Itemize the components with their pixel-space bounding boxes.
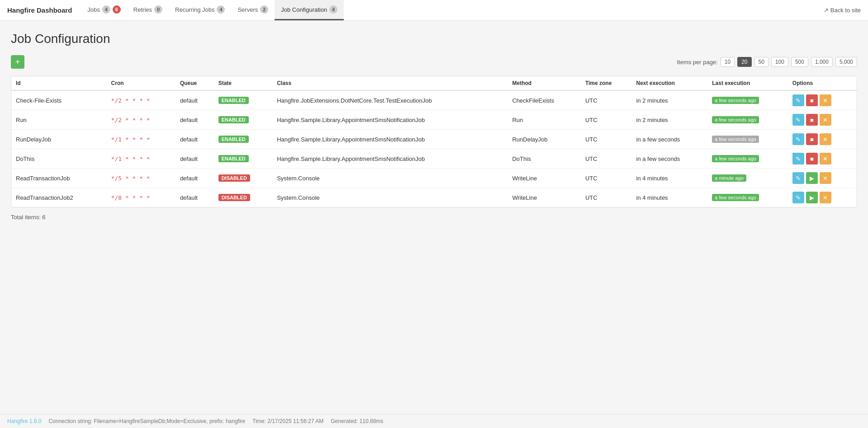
delete-button[interactable]: ✕ xyxy=(820,172,831,184)
cell-method: RunDelayJob xyxy=(508,130,580,149)
cell-state: DISABLED xyxy=(214,169,273,188)
col-state: State xyxy=(214,76,273,90)
col-next-exec: Next execution xyxy=(632,76,708,90)
nav-servers-label: Servers xyxy=(237,6,258,13)
nav-servers[interactable]: Servers 2 xyxy=(231,0,275,20)
cell-class: Hangfire.Sample.Library.AppointmentSmsNo… xyxy=(272,130,508,149)
cell-class: System.Console xyxy=(272,169,508,188)
cell-next-exec: in 4 minutes xyxy=(632,188,708,207)
col-method: Method xyxy=(508,76,580,90)
nav-recurring-count: 4 xyxy=(217,5,225,14)
cell-cron: */8 * * * * xyxy=(107,188,175,207)
col-last-exec: Last execution xyxy=(707,76,788,90)
cell-class: Hangfire.Sample.Library.AppointmentSmsNo… xyxy=(272,149,508,169)
cell-options: ✎ ▶ ✕ xyxy=(788,188,857,207)
cell-cron: */2 * * * * xyxy=(107,90,175,110)
edit-button[interactable]: ✎ xyxy=(792,133,804,145)
table-row: Run */2 * * * * default ENABLED Hangfire… xyxy=(11,110,857,130)
cell-state: ENABLED xyxy=(214,130,273,149)
items-per-page: Items per page: 10 20 50 100 500 1,000 5… xyxy=(677,57,857,67)
cell-state: ENABLED xyxy=(214,90,273,110)
col-queue: Queue xyxy=(175,76,214,90)
per-page-1000[interactable]: 1,000 xyxy=(811,57,833,67)
edit-button[interactable]: ✎ xyxy=(792,153,804,165)
cell-cron: */5 * * * * xyxy=(107,169,175,188)
cell-method: Run xyxy=(508,110,580,130)
cell-options: ✎ ■ ✕ xyxy=(788,130,857,149)
col-class: Class xyxy=(272,76,508,90)
edit-button[interactable]: ✎ xyxy=(792,192,804,203)
nav-servers-count: 2 xyxy=(260,5,268,14)
cell-class: Hangfire.Sample.Library.AppointmentSmsNo… xyxy=(272,110,508,130)
edit-button[interactable]: ✎ xyxy=(792,172,804,184)
cell-options: ✎ ▶ ✕ xyxy=(788,169,857,188)
stop-button[interactable]: ■ xyxy=(806,133,818,145)
cell-last-exec: a few seconds ago xyxy=(707,90,788,110)
cell-timezone: UTC xyxy=(581,169,632,188)
stop-button[interactable]: ■ xyxy=(806,153,818,165)
nav-jobs[interactable]: Jobs 4 6 xyxy=(81,0,127,20)
cell-last-exec: a few seconds ago xyxy=(707,130,788,149)
delete-button[interactable]: ✕ xyxy=(820,192,831,203)
play-button[interactable]: ▶ xyxy=(806,172,818,184)
per-page-20[interactable]: 20 xyxy=(737,57,751,67)
cell-timezone: UTC xyxy=(581,188,632,207)
nav-config-label: Job Configuration xyxy=(281,6,327,13)
brand[interactable]: Hangfire Dashboard xyxy=(7,6,72,14)
back-to-site-label: Back to site xyxy=(830,7,861,14)
cell-cron: */1 * * * * xyxy=(107,149,175,169)
per-page-500[interactable]: 500 xyxy=(791,57,808,67)
edit-button[interactable]: ✎ xyxy=(792,94,804,106)
navbar: Hangfire Dashboard Jobs 4 6 Retries 0 Re… xyxy=(0,0,868,21)
cell-method: CheckFileExists xyxy=(508,90,580,110)
nav-retries-count: 0 xyxy=(154,5,162,14)
cell-options: ✎ ■ ✕ xyxy=(788,110,857,130)
play-button[interactable]: ▶ xyxy=(806,192,818,203)
cell-id: RunDelayJob xyxy=(11,130,107,149)
per-page-5000[interactable]: 5,000 xyxy=(835,57,857,67)
cell-next-exec: in a few seconds xyxy=(632,130,708,149)
nav-jobs-label: Jobs xyxy=(87,6,100,13)
cell-id: ReadTransactionJob xyxy=(11,169,107,188)
edit-button[interactable]: ✎ xyxy=(792,114,804,126)
cell-state: ENABLED xyxy=(214,110,273,130)
main-content: Job Configuration + Items per page: 10 2… xyxy=(0,21,868,231)
cell-queue: default xyxy=(175,130,214,149)
col-id: Id xyxy=(11,76,107,90)
delete-button[interactable]: ✕ xyxy=(820,153,831,165)
cell-id: ReadTransactionJob2 xyxy=(11,188,107,207)
cell-cron: */2 * * * * xyxy=(107,110,175,130)
cell-timezone: UTC xyxy=(581,90,632,110)
delete-button[interactable]: ✕ xyxy=(820,133,831,145)
total-items: Total items: 6 xyxy=(11,214,857,221)
delete-button[interactable]: ✕ xyxy=(820,94,831,106)
cell-method: WriteLine xyxy=(508,188,580,207)
cell-class: System.Console xyxy=(272,188,508,207)
back-to-site-link[interactable]: ↗ Back to site xyxy=(824,7,861,14)
cell-class: Hangfire.JobExtensions.DotNetCore.Test.T… xyxy=(272,90,508,110)
nav-jobs-badge-danger: 6 xyxy=(113,5,121,14)
nav-config[interactable]: Job Configuration 4 xyxy=(275,0,344,20)
nav-retries[interactable]: Retries 0 xyxy=(127,0,169,20)
per-page-50[interactable]: 50 xyxy=(754,57,768,67)
per-page-10[interactable]: 10 xyxy=(721,57,735,67)
cell-last-exec: a few seconds ago xyxy=(707,188,788,207)
delete-button[interactable]: ✕ xyxy=(820,114,831,126)
cell-state: ENABLED xyxy=(214,149,273,169)
stop-button[interactable]: ■ xyxy=(806,94,818,106)
jobs-table-wrapper: Id Cron Queue State Class Method Time zo… xyxy=(11,76,857,207)
cell-method: WriteLine xyxy=(508,169,580,188)
table-row: DoThis */1 * * * * default ENABLED Hangf… xyxy=(11,149,857,169)
table-body: Check-File-Exists */2 * * * * default EN… xyxy=(11,90,857,207)
toolbar: + Items per page: 10 20 50 100 500 1,000… xyxy=(11,55,857,69)
stop-button[interactable]: ■ xyxy=(806,114,818,126)
cell-last-exec: a few seconds ago xyxy=(707,110,788,130)
per-page-100[interactable]: 100 xyxy=(771,57,788,67)
table-header: Id Cron Queue State Class Method Time zo… xyxy=(11,76,857,90)
add-job-button[interactable]: + xyxy=(11,55,24,69)
cell-state: DISABLED xyxy=(214,188,273,207)
cell-next-exec: in 2 minutes xyxy=(632,90,708,110)
table-row: ReadTransactionJob */5 * * * * default D… xyxy=(11,169,857,188)
cell-queue: default xyxy=(175,149,214,169)
nav-recurring[interactable]: Recurring Jobs 4 xyxy=(169,0,231,20)
